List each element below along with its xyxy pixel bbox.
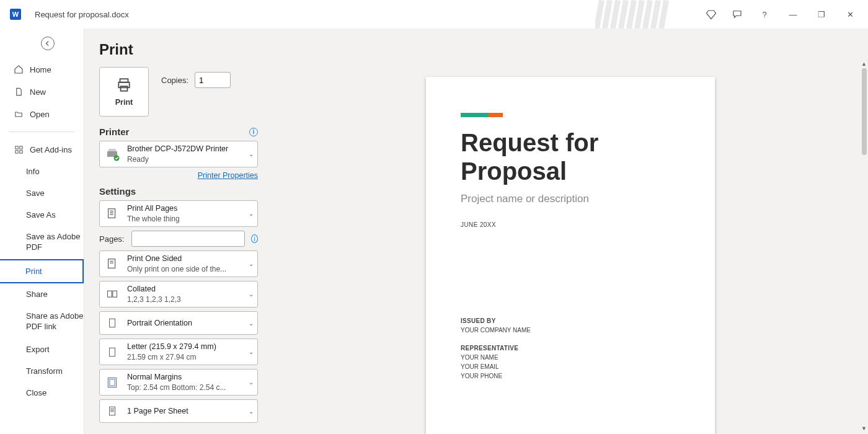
open-icon xyxy=(14,109,24,119)
svg-point-10 xyxy=(114,155,120,161)
premium-icon[interactable] xyxy=(706,9,717,20)
document-date: JUNE 20XX xyxy=(461,221,680,228)
paper-icon xyxy=(104,343,121,361)
sidebar-item-transform[interactable]: Transform xyxy=(0,360,84,382)
chevron-down-icon: ⌄ xyxy=(249,291,254,298)
sidebar-item-saveas[interactable]: Save As xyxy=(0,204,84,226)
svg-rect-2 xyxy=(19,146,22,148)
chevron-down-icon: ⌄ xyxy=(249,151,254,157)
margins-icon xyxy=(104,374,121,391)
orientation-dropdown[interactable]: Portrait Orientation ⌄ xyxy=(99,311,258,335)
pages-per-sheet-dropdown[interactable]: 1 Page Per Sheet ⌄ xyxy=(99,399,258,423)
new-icon xyxy=(14,87,24,97)
sidebar-item-home[interactable]: Home xyxy=(0,58,84,81)
settings-section-label: Settings xyxy=(99,186,136,197)
scrollbar-thumb[interactable] xyxy=(862,68,867,155)
svg-rect-21 xyxy=(110,348,115,356)
back-button[interactable] xyxy=(41,37,55,50)
svg-rect-19 xyxy=(113,291,117,297)
svg-rect-24 xyxy=(110,407,115,416)
print-heading: Print xyxy=(99,41,258,58)
svg-rect-23 xyxy=(110,379,115,386)
document-subtitle: Project name or description xyxy=(461,193,680,205)
sidebar-item-savepdf[interactable]: Save as Adobe PDF xyxy=(0,226,84,259)
preview-page: Request for Proposal Project name or des… xyxy=(426,77,715,434)
document-meta: ISSUED BY YOUR COMPANY NAME REPRESENTATI… xyxy=(461,308,531,381)
svg-rect-18 xyxy=(108,291,112,297)
chevron-down-icon: ⌄ xyxy=(249,379,254,386)
copies-input[interactable] xyxy=(195,72,231,88)
scroll-up-icon[interactable]: ▲ xyxy=(861,61,867,67)
printer-section-label: Printer xyxy=(99,126,129,137)
one-sided-icon xyxy=(104,255,121,273)
titlebar: W Request for proposal.docx ? — ❐ ✕ xyxy=(0,0,868,29)
close-button[interactable]: ✕ xyxy=(843,10,857,19)
collate-icon xyxy=(104,286,121,303)
comments-icon[interactable] xyxy=(732,9,743,20)
svg-rect-1 xyxy=(15,146,17,148)
svg-rect-4 xyxy=(19,150,22,153)
collate-dropdown[interactable]: Collated1,2,3 1,2,3 1,2,3 ⌄ xyxy=(99,281,258,308)
printer-icon xyxy=(115,77,133,93)
chevron-down-icon: ⌄ xyxy=(249,210,254,217)
print-scope-dropdown[interactable]: Print All PagesThe whole thing ⌄ xyxy=(99,200,258,227)
pages-input[interactable] xyxy=(131,231,245,247)
svg-marker-0 xyxy=(707,11,716,19)
svg-rect-3 xyxy=(15,150,17,153)
print-preview-area: ▲ ▼ Request for Proposal Project name or… xyxy=(273,29,868,434)
info-icon[interactable]: i xyxy=(249,128,258,136)
document-filename: Request for proposal.docx xyxy=(35,10,129,19)
portrait-icon xyxy=(104,314,121,332)
sheet-icon xyxy=(104,402,121,420)
sidebar-item-close[interactable]: Close xyxy=(0,382,84,404)
print-button[interactable]: Print xyxy=(99,67,149,117)
sidebar-item-sharepdf[interactable]: Share as Adobe PDF link xyxy=(0,305,84,339)
chevron-down-icon: ⌄ xyxy=(249,260,254,267)
chevron-down-icon: ⌄ xyxy=(249,320,254,327)
svg-rect-20 xyxy=(110,319,115,328)
sidebar-item-new[interactable]: New xyxy=(0,81,84,103)
sidebar-item-info[interactable]: Info xyxy=(0,161,84,182)
maximize-button[interactable]: ❐ xyxy=(815,10,828,19)
minimize-button[interactable]: — xyxy=(786,10,800,19)
svg-rect-15 xyxy=(108,259,115,268)
document-title: Request for Proposal xyxy=(461,128,680,185)
chevron-down-icon: ⌄ xyxy=(249,348,254,355)
sidebar-item-share[interactable]: Share xyxy=(0,283,84,305)
sidebar-item-print[interactable]: Print xyxy=(0,259,84,283)
copies-label: Copies: xyxy=(161,76,188,85)
pages-label: Pages: xyxy=(99,234,125,244)
sidebar-item-save[interactable]: Save xyxy=(0,182,84,204)
sidebar-item-open[interactable]: Open xyxy=(0,103,84,125)
print-settings-pane: Print Print Copies: Printer i Brother DC… xyxy=(84,29,273,434)
word-app-icon: W xyxy=(10,9,21,20)
printer-properties-link[interactable]: Printer Properties xyxy=(99,171,258,180)
chevron-down-icon: ⌄ xyxy=(249,408,254,415)
sidebar-item-export[interactable]: Export xyxy=(0,339,84,360)
sides-dropdown[interactable]: Print One SidedOnly print on one side of… xyxy=(99,250,258,277)
accent-bar xyxy=(461,113,680,117)
home-icon xyxy=(14,64,24,74)
printer-dropdown[interactable]: Brother DCP-J572DW Printer Ready ⌄ xyxy=(99,141,258,167)
sidebar-item-addins[interactable]: Get Add-ins xyxy=(0,138,84,161)
svg-rect-11 xyxy=(108,208,115,218)
margins-dropdown[interactable]: Normal MarginsTop: 2.54 cm Bottom: 2.54 … xyxy=(99,369,258,396)
paper-size-dropdown[interactable]: Letter (215.9 x 279.4 mm)21.59 cm x 27.9… xyxy=(99,339,258,365)
help-icon[interactable]: ? xyxy=(758,10,771,19)
svg-rect-7 xyxy=(121,86,128,91)
pages-icon xyxy=(104,205,121,223)
addins-icon xyxy=(14,144,24,154)
printer-status-icon xyxy=(104,146,121,163)
info-icon[interactable]: i xyxy=(251,234,258,243)
svg-rect-9 xyxy=(108,149,116,151)
scroll-down-icon[interactable]: ▼ xyxy=(861,425,867,432)
